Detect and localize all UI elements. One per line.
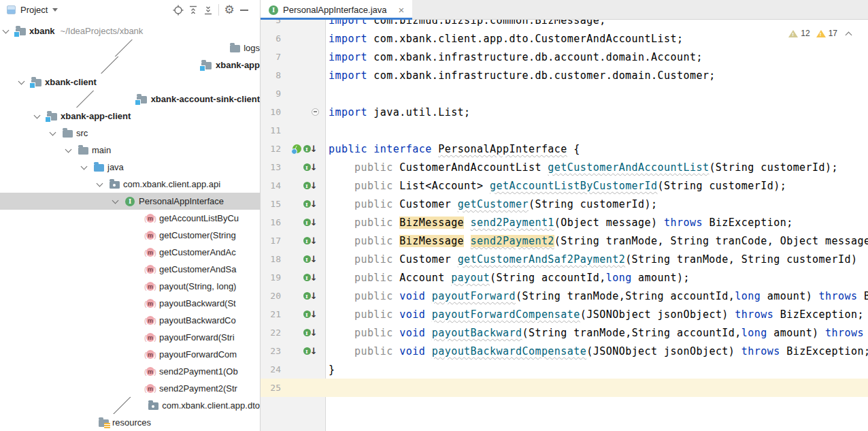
implemented-marker-icon[interactable]: I↓	[303, 255, 318, 264]
code-text[interactable]: public interface PersonalAppInterface {	[326, 143, 580, 155]
code-text[interactable]: import com.xbank.infrastructure.db.custo…	[326, 69, 716, 82]
code-text[interactable]: public List<Account> getAccountListByCus…	[326, 180, 786, 192]
code-text[interactable]: import com.xbank.infrastructure.db.accou…	[326, 51, 703, 63]
hide-panel-icon[interactable]	[237, 3, 252, 18]
code-line-10[interactable]: 10import java.util.List;	[261, 103, 868, 121]
code-line-17[interactable]: 17I↓ public BizMessage send2Payment2(Str…	[261, 232, 868, 250]
code-line-9[interactable]: 9	[261, 84, 868, 103]
code-text[interactable]: public CustomerAndAccountList getCustome…	[326, 161, 838, 174]
tree-item-xbank-app[interactable]: xbank-app	[0, 57, 260, 74]
spring-bean-icon[interactable]	[293, 144, 301, 153]
chevron-down-icon[interactable]	[3, 27, 10, 33]
tree-item-send2payment2-str[interactable]: (m)send2Payment2(Str	[0, 380, 260, 397]
warning-count[interactable]: 17	[816, 29, 837, 38]
project-view-selector[interactable]: Project	[20, 5, 58, 15]
implemented-marker-icon[interactable]: I↓	[303, 163, 318, 172]
code-line-13[interactable]: 13I↓ public CustomerAndAccountList getCu…	[261, 158, 868, 176]
tab-personalappinterface-java[interactable]: I PersonalAppInterface.java ×	[261, 0, 412, 20]
implemented-marker-icon[interactable]: I↓	[303, 347, 318, 355]
implemented-marker-icon[interactable]: I↓	[303, 218, 318, 227]
fold-icon[interactable]	[312, 108, 319, 116]
inspections-widget[interactable]: 12 17	[788, 29, 857, 38]
code-text[interactable]: }	[326, 364, 335, 376]
code-line-15[interactable]: 15I↓ public Customer getCustomer(String …	[261, 195, 868, 213]
code-line-7[interactable]: 7import com.xbank.infrastructure.db.acco…	[261, 48, 868, 66]
code-text[interactable]: public void payoutForwardCompensate(JSON…	[326, 308, 864, 321]
tree-item-xbank-app-client[interactable]: xbank-app-client	[0, 108, 260, 125]
tree-item-src[interactable]: src	[0, 125, 260, 142]
code-line-16[interactable]: 16I↓ public BizMessage send2Payment1(Obj…	[261, 213, 868, 232]
implemented-marker-icon[interactable]: I↓	[303, 236, 318, 245]
code-line-5[interactable]: 5import com.bizmud.bizsip.common.BizMess…	[261, 20, 868, 29]
tree-item-personalappinterface[interactable]: IPersonalAppInterface	[0, 193, 260, 210]
tree-item-getaccountlistbycu[interactable]: (m)getAccountListByCu	[0, 210, 260, 227]
code-line-25[interactable]: 25	[261, 379, 868, 397]
code-line-19[interactable]: 19I↓ public Account payout(String accoun…	[261, 268, 868, 287]
tree-item-xbank-client[interactable]: xbank-client	[0, 74, 260, 91]
chevron-down-icon[interactable]	[97, 180, 103, 187]
tree-item-com-xbank-client-app-api[interactable]: com.xbank.client.app.api	[0, 176, 260, 193]
code-line-21[interactable]: 21I↓ public void payoutForwardCompensate…	[261, 305, 868, 323]
code-text[interactable]: public BizMessage send2Payment1(Object m…	[326, 217, 793, 229]
code-text[interactable]: public Account payout(String accountId,l…	[326, 272, 690, 284]
code-line-11[interactable]: 11	[261, 121, 868, 140]
chevron-down-icon[interactable]	[50, 129, 56, 135]
code-line-20[interactable]: 20I↓ public void payoutForward(String tr…	[261, 287, 868, 305]
tree-item-xbank[interactable]: xbank~/IdeaProjects/xbank	[0, 22, 260, 39]
chevron-up-icon[interactable]	[846, 31, 852, 38]
locate-icon[interactable]	[171, 3, 186, 18]
code-text[interactable]: public void payoutBackward(String tranMo…	[326, 327, 868, 339]
collapse-all-icon[interactable]	[201, 3, 216, 18]
implemented-marker-icon[interactable]: I↓	[303, 310, 318, 319]
chevron-down-icon[interactable]	[81, 163, 88, 170]
code-text[interactable]: public void payoutForward(String tranMod…	[326, 290, 868, 302]
chevron-right-icon[interactable]	[47, 39, 194, 57]
code-line-22[interactable]: 22I↓ public void payoutBackward(String t…	[261, 323, 868, 342]
tree-item-getcustomer-string[interactable]: (m)getCustomer(String	[0, 227, 260, 244]
close-tab-icon[interactable]: ×	[398, 5, 404, 15]
code-line-6[interactable]: 6import com.xbank.client.app.dto.Custome…	[261, 29, 868, 48]
tree-item-resources[interactable]: resources	[0, 414, 260, 431]
code-line-14[interactable]: 14I↓ public List<Account> getAccountList…	[261, 176, 868, 195]
weak-warning-count[interactable]: 12	[788, 29, 809, 38]
tree-item-java[interactable]: java	[0, 159, 260, 176]
tree-item-xbank-account-sink-client[interactable]: xbank-account-sink-client	[0, 91, 260, 108]
code-line-12[interactable]: 12I↓public interface PersonalAppInterfac…	[261, 140, 868, 158]
chevron-down-icon[interactable]	[112, 197, 119, 204]
expand-all-icon[interactable]	[186, 3, 201, 18]
chevron-down-icon[interactable]	[18, 78, 25, 84]
code-line-18[interactable]: 18I↓ public Customer getCustomerAndSaf2P…	[261, 250, 868, 268]
code-text[interactable]: public Customer getCustomerAndSaf2Paymen…	[326, 253, 857, 266]
code-text[interactable]: public Customer getCustomer(String custo…	[326, 198, 658, 210]
tree-item-payoutforwardcom[interactable]: (m)payoutForwardCom	[0, 346, 260, 363]
tree-item-send2payment1-ob[interactable]: (m)send2Payment1(Ob	[0, 363, 260, 380]
implemented-marker-icon[interactable]: I↓	[303, 199, 318, 208]
chevron-right-icon[interactable]	[43, 57, 170, 74]
code-text[interactable]: import java.util.List;	[326, 106, 471, 118]
code-line-23[interactable]: 23I↓ public void payoutBackwardCompensat…	[261, 342, 868, 360]
tree-item-payoutbackwardco[interactable]: (m)payoutBackwardCo	[0, 312, 260, 329]
chevron-right-icon[interactable]	[47, 91, 118, 108]
code-area[interactable]: 5import com.bizmud.bizsip.common.BizMess…	[261, 20, 868, 397]
chevron-down-icon[interactable]	[34, 112, 41, 118]
tree-item-com-xbank-client-app-dto[interactable]: com.xbank.client.app.dto	[0, 397, 260, 414]
code-line-8[interactable]: 8import com.xbank.infrastructure.db.cust…	[261, 66, 868, 84]
chevron-right-icon[interactable]	[102, 397, 136, 414]
tree-item-payoutforward-stri[interactable]: (m)payoutForward(Stri	[0, 329, 260, 346]
tree-item-payoutbackward-st[interactable]: (m)payoutBackward(St	[0, 295, 260, 312]
tree-item-payout-string-long[interactable]: (m)payout(String, long)	[0, 278, 260, 295]
implemented-marker-icon[interactable]: I↓	[303, 273, 318, 282]
code-text[interactable]: import com.bizmud.bizsip.common.BizMessa…	[326, 20, 606, 27]
code-text[interactable]: public BizMessage send2Payment2(String t…	[326, 235, 868, 247]
tree-item-main[interactable]: main	[0, 142, 260, 159]
implemented-marker-icon[interactable]: I↓	[303, 328, 318, 337]
implemented-marker-icon[interactable]: I↓	[303, 144, 318, 153]
chevron-down-icon[interactable]	[65, 146, 72, 153]
implemented-marker-icon[interactable]: I↓	[303, 181, 318, 190]
code-line-24[interactable]: 24}	[261, 360, 868, 379]
tree-item-getcustomerandsa[interactable]: (m)getCustomerAndSa	[0, 261, 260, 278]
settings-gear-icon[interactable]: ⚙	[222, 3, 237, 18]
tree-item-logs[interactable]: logs	[0, 39, 260, 57]
code-text[interactable]: public void payoutBackwardCompensate(JSO…	[326, 345, 868, 357]
code-text[interactable]: import com.xbank.client.app.dto.Customer…	[326, 33, 683, 45]
